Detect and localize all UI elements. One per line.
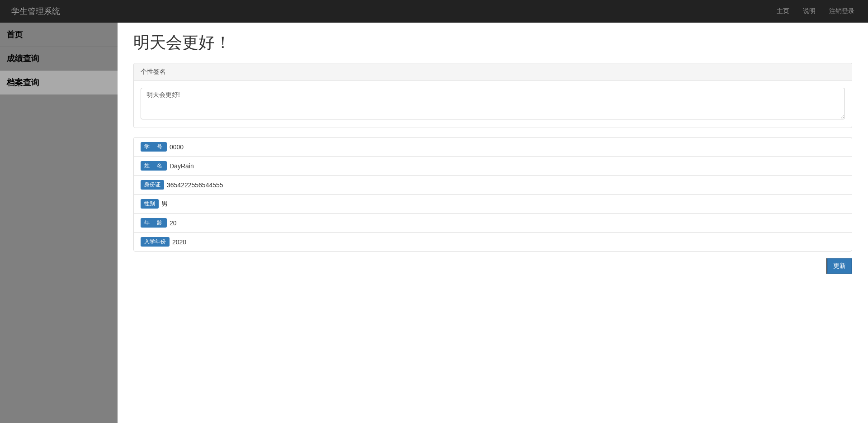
field-label: 姓 名: [141, 161, 167, 171]
sidebar: 首页 成绩查询 档案查询: [0, 23, 118, 423]
nav-link-logout[interactable]: 注销登录: [822, 0, 861, 22]
navbar-links: 主页 说明 注销登录: [770, 0, 861, 22]
signature-textarea[interactable]: [141, 88, 845, 119]
field-label: 性别: [141, 199, 159, 209]
profile-list: 学 号 0000 姓 名 DayRain 身份证 365422255654455…: [133, 137, 852, 252]
field-name: 姓 名 DayRain: [134, 157, 852, 176]
update-button[interactable]: 更新: [827, 258, 852, 274]
top-navbar: 学生管理系统 主页 说明 注销登录: [0, 0, 868, 23]
page-title: 明天会更好！: [133, 32, 852, 54]
field-enroll-year: 入学年份 2020: [134, 233, 852, 251]
main-content: 明天会更好！ 个性签名 学 号 0000 姓 名 DayRain 身份证 365…: [118, 23, 868, 423]
nav-link-about[interactable]: 说明: [796, 0, 822, 22]
panel-heading: 个性签名: [134, 63, 852, 81]
sidebar-item-archive[interactable]: 档案查询: [0, 71, 118, 95]
field-value: 20: [170, 219, 177, 227]
sidebar-item-grades[interactable]: 成绩查询: [0, 47, 118, 71]
nav-link-home[interactable]: 主页: [770, 0, 796, 22]
field-age: 年 龄 20: [134, 214, 852, 233]
field-label: 身份证: [141, 180, 164, 190]
field-value: 2020: [172, 238, 186, 246]
field-id-card: 身份证 3654222556544555: [134, 176, 852, 195]
field-gender: 性别 男: [134, 195, 852, 214]
navbar-brand[interactable]: 学生管理系统: [7, 6, 65, 17]
field-student-id: 学 号 0000: [134, 138, 852, 157]
sidebar-item-home[interactable]: 首页: [0, 23, 118, 47]
field-label: 年 龄: [141, 218, 167, 228]
field-label: 入学年份: [141, 237, 170, 247]
field-value: 0000: [170, 143, 184, 151]
field-value: 男: [161, 200, 168, 208]
field-value: 3654222556544555: [167, 181, 223, 189]
signature-panel: 个性签名: [133, 63, 852, 128]
field-value: DayRain: [170, 162, 194, 170]
field-label: 学 号: [141, 142, 167, 152]
